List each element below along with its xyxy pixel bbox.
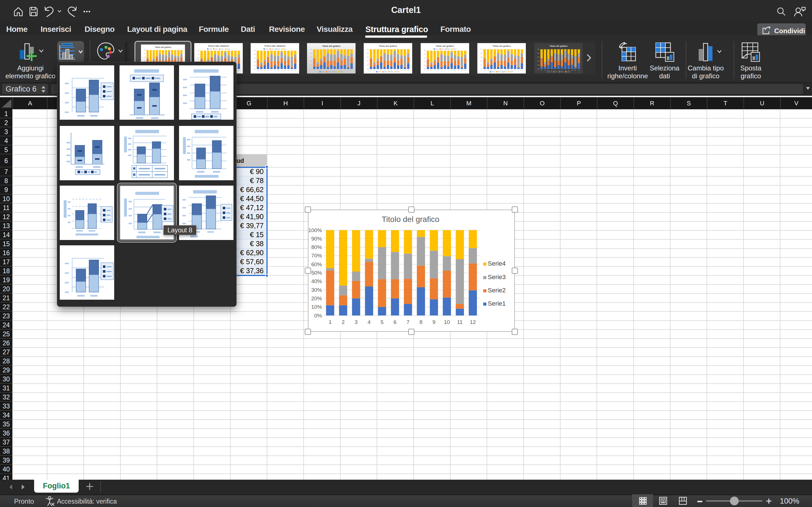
svg-text:7: 7 <box>407 319 410 325</box>
svg-text:2: 2 <box>342 319 345 325</box>
svg-text:Titolo del grafico: Titolo del grafico <box>436 45 454 47</box>
svg-text:Serie3: Serie3 <box>488 274 506 281</box>
svg-text:40%: 40% <box>311 278 322 284</box>
svg-text:10%: 10% <box>311 304 322 310</box>
svg-text:60%: 60% <box>311 262 322 267</box>
svg-text:TITOLO DEL GRAFICO: TITOLO DEL GRAFICO <box>264 45 286 47</box>
svg-text:5: 5 <box>380 319 384 325</box>
svg-text:12: 12 <box>470 319 476 325</box>
svg-text:90%: 90% <box>311 236 322 242</box>
svg-text:Titolo del grafico: Titolo del grafico <box>550 45 567 47</box>
svg-text:0%: 0% <box>314 313 322 319</box>
svg-text:Serie4: Serie4 <box>488 260 506 267</box>
svg-text:Titolo del grafico: Titolo del grafico <box>493 45 511 47</box>
svg-text:20%: 20% <box>311 295 322 301</box>
svg-text:70%: 70% <box>311 252 322 259</box>
svg-text:Titolo del grafico: Titolo del grafico <box>322 45 340 47</box>
svg-text:6: 6 <box>394 319 397 325</box>
svg-text:80%: 80% <box>311 244 322 250</box>
svg-text:100%: 100% <box>308 227 322 233</box>
svg-text:Serie1: Serie1 <box>488 300 506 307</box>
svg-text:1: 1 <box>329 319 332 325</box>
svg-text:TITOLO DEL GRAFICO: TITOLO DEL GRAFICO <box>208 45 229 47</box>
svg-text:10: 10 <box>444 319 450 325</box>
svg-text:Titolo del grafico: Titolo del grafico <box>155 46 171 48</box>
svg-text:4: 4 <box>368 319 371 325</box>
svg-text:Titolo del grafico: Titolo del grafico <box>379 45 397 47</box>
svg-text:30%: 30% <box>311 287 322 293</box>
svg-text:3: 3 <box>355 319 358 325</box>
svg-text:50%: 50% <box>311 270 322 276</box>
svg-text:9: 9 <box>433 319 436 325</box>
svg-text:8: 8 <box>419 319 423 325</box>
svg-text:Titolo del grafico: Titolo del grafico <box>382 215 439 224</box>
svg-text:Serie2: Serie2 <box>488 287 506 294</box>
svg-text:11: 11 <box>457 319 463 325</box>
